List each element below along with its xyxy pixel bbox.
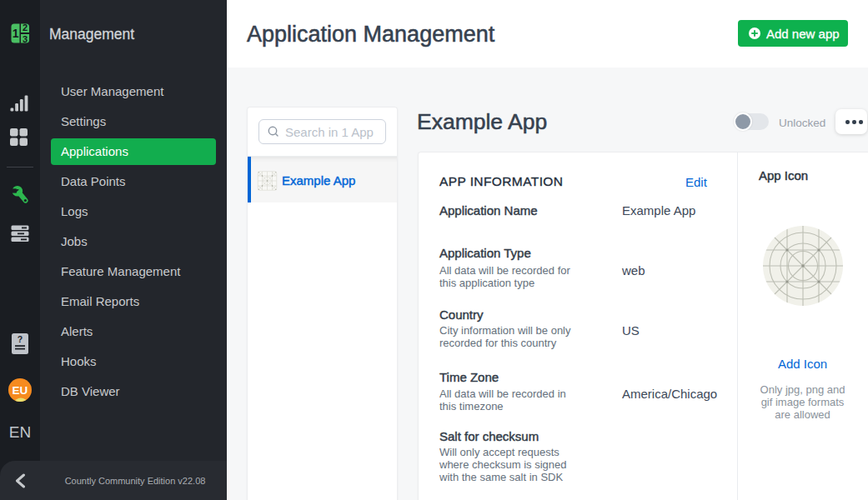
svg-text:?: ? (18, 334, 23, 344)
svg-text:EU: EU (13, 384, 28, 397)
svg-text:1: 1 (13, 27, 19, 40)
svg-text:2: 2 (23, 23, 28, 32)
svg-text:3: 3 (23, 34, 28, 43)
